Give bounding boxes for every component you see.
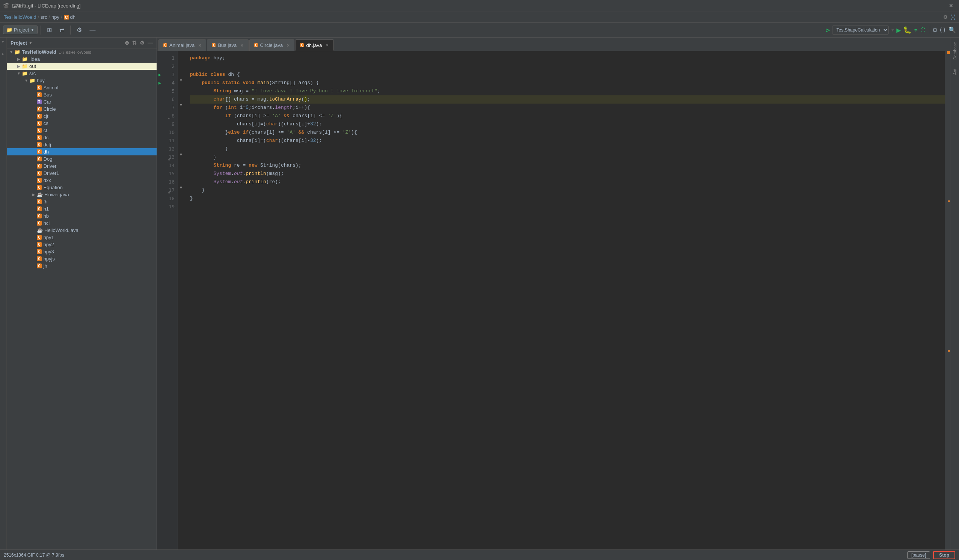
- tree-item-fh[interactable]: C fh: [7, 198, 156, 205]
- sidebar-dropdown-icon[interactable]: ▼: [29, 41, 33, 45]
- tree-item-hpyjs[interactable]: C hpyjs: [7, 255, 156, 262]
- breadcrumb-part4[interactable]: dh: [70, 14, 75, 20]
- tree-item-jh[interactable]: C jh: [7, 262, 156, 269]
- profile-icon[interactable]: ⏱: [920, 26, 927, 34]
- tree-label-dctj: dctj: [43, 142, 51, 148]
- tree-item-dh[interactable]: C dh: [7, 148, 156, 155]
- tab-close-circle[interactable]: ×: [287, 42, 290, 48]
- tree-item-hpy2[interactable]: C hpy2: [7, 241, 156, 248]
- tree-item-out[interactable]: ▶ 📁 out: [7, 63, 156, 70]
- code-line-19: [190, 203, 945, 211]
- activity-icon-2[interactable]: ▸: [1, 51, 6, 56]
- tree-item-helloworld[interactable]: ☕ HelloWorld.java: [7, 227, 156, 234]
- tree-label-bus: Bus: [43, 92, 52, 98]
- navigate-button[interactable]: ⇄: [56, 25, 67, 35]
- line-num-10: 10: [157, 128, 178, 137]
- line-num-19: 19: [157, 203, 178, 211]
- toolbar-sep1: [41, 25, 41, 35]
- tree-item-car[interactable]: I Car: [7, 98, 156, 105]
- fold-icon-4[interactable]: ▼: [180, 78, 182, 82]
- tree-label-hpy3: hpy3: [43, 249, 54, 255]
- tree-label-hpy2: hpy2: [43, 242, 54, 247]
- line-num-2: 2: [157, 62, 178, 70]
- tab-close-bus[interactable]: ×: [240, 42, 243, 48]
- tree-label-equation: Equation: [43, 185, 63, 190]
- code-content[interactable]: package hpy; public class dh { public st…: [184, 51, 945, 549]
- java-icon-helloworld: ☕: [37, 228, 43, 233]
- tree-item-ct[interactable]: C ct: [7, 127, 156, 134]
- tab-animal[interactable]: C Animal.java ×: [158, 40, 206, 51]
- line-num-18: 18: [157, 194, 178, 203]
- tree-item-driver1[interactable]: C Driver1: [7, 170, 156, 177]
- search-icon[interactable]: 🔍: [948, 26, 956, 33]
- folder-icon-hpy: 📁: [29, 78, 35, 83]
- stop-button[interactable]: Stop: [933, 551, 955, 559]
- tree-item-h1[interactable]: C h1: [7, 205, 156, 212]
- tree-item-dxx[interactable]: C dxx: [7, 177, 156, 184]
- tree-label-out: out: [29, 64, 36, 69]
- tree-item-dctj[interactable]: C dctj: [7, 141, 156, 148]
- tree-item-driver[interactable]: C Driver: [7, 162, 156, 170]
- database-icon[interactable]: Database: [953, 41, 957, 61]
- tree-item-root[interactable]: ▼ 📁 TesHelloWoeld D:\TesHelloWoeld: [7, 48, 156, 56]
- tree-item-animal[interactable]: C Animal: [7, 84, 156, 91]
- project-panel-button[interactable]: 📁 Project ▼: [3, 25, 38, 34]
- c-icon-driver1: C: [37, 171, 42, 176]
- breadcrumb-right: ⚙ ⟩⟨: [943, 14, 955, 21]
- tree-label-animal: Animal: [43, 85, 59, 91]
- tree-item-dog[interactable]: C Dog: [7, 155, 156, 162]
- tree-item-hcl[interactable]: C hcl: [7, 220, 156, 227]
- tree-item-bus[interactable]: C Bus: [7, 91, 156, 98]
- minimize-button[interactable]: —: [86, 25, 99, 35]
- code-editor[interactable]: 1 2 ▶3 ▶4 5 6 7 ◇8 9 10 11 12 ◇13: [157, 51, 950, 549]
- code-line-18: }: [190, 194, 945, 203]
- tab-dh[interactable]: C dh.java ×: [295, 40, 333, 51]
- close-button[interactable]: ×: [946, 2, 956, 10]
- line-num-7: 7: [157, 103, 178, 112]
- fold-icon-17[interactable]: ▼: [180, 185, 182, 189]
- tree-item-cs[interactable]: C cs: [7, 120, 156, 127]
- coverage-icon[interactable]: ☂: [914, 26, 918, 34]
- run-icon[interactable]: ▶: [896, 25, 901, 35]
- tree-item-flower[interactable]: ▶ ☕ Flower.java: [7, 191, 156, 198]
- tree-item-hpy[interactable]: ▼ 📁 hpy: [7, 77, 156, 84]
- tree-label-dc: dc: [43, 135, 49, 140]
- app-icon: 🎬: [3, 3, 9, 9]
- tree-item-hb[interactable]: C hb: [7, 212, 156, 220]
- structure-button[interactable]: ⊞: [44, 25, 55, 35]
- tab-bus[interactable]: C Bus.java ×: [207, 40, 248, 51]
- fold-icon-7[interactable]: ▼: [180, 103, 182, 107]
- c-icon-tab-animal: C: [163, 43, 167, 47]
- tree-item-circle[interactable]: C Circle: [7, 105, 156, 113]
- fold-icon-13[interactable]: ▼: [180, 153, 182, 156]
- code-line-15: System.out.println(msg);: [190, 170, 945, 178]
- config-icon[interactable]: ⚙: [140, 40, 145, 46]
- breadcrumb-part1[interactable]: TesHelloWoeld: [4, 14, 36, 20]
- tree-item-src[interactable]: ▼ 📁 src: [7, 70, 156, 77]
- code-line-10: }else if(chars[i] >= 'A' && chars[i] <= …: [190, 128, 945, 137]
- close-sidebar-icon[interactable]: —: [148, 40, 153, 46]
- vcs-icon[interactable]: ⟨⟩: [939, 26, 946, 33]
- c-icon-equation: C: [37, 185, 42, 190]
- run-config-select[interactable]: TestShapeCalculation: [832, 25, 889, 35]
- c-icon-h1: C: [37, 207, 42, 211]
- tree-item-equation[interactable]: C Equation: [7, 184, 156, 191]
- debug-icon[interactable]: 🐛: [903, 26, 911, 34]
- tab-close-dh[interactable]: ×: [325, 42, 328, 48]
- gear-icon[interactable]: ⊛: [125, 40, 129, 46]
- tree-item-hpy3[interactable]: C hpy3: [7, 248, 156, 255]
- tree-item-hpy1[interactable]: C hpy1: [7, 234, 156, 241]
- breadcrumb-part2[interactable]: src: [41, 14, 47, 20]
- tree-item-cjt[interactable]: C cjt: [7, 113, 156, 120]
- pause-button[interactable]: [pause]: [907, 551, 930, 559]
- activity-icon-1[interactable]: ▸: [1, 39, 6, 44]
- structure-side-icon[interactable]: Ant: [953, 67, 957, 76]
- tree-item-dc[interactable]: C dc: [7, 134, 156, 141]
- breadcrumb-part3[interactable]: hpy: [51, 14, 59, 20]
- settings-button[interactable]: ⚙: [73, 25, 85, 35]
- tab-close-animal[interactable]: ×: [198, 42, 201, 48]
- tree-item-idea[interactable]: ▶ 📁 .idea: [7, 56, 156, 63]
- layout-icon[interactable]: ⊡: [933, 26, 937, 33]
- tab-circle[interactable]: C Circle.java ×: [249, 40, 295, 51]
- sync-icon[interactable]: ⇅: [132, 40, 137, 46]
